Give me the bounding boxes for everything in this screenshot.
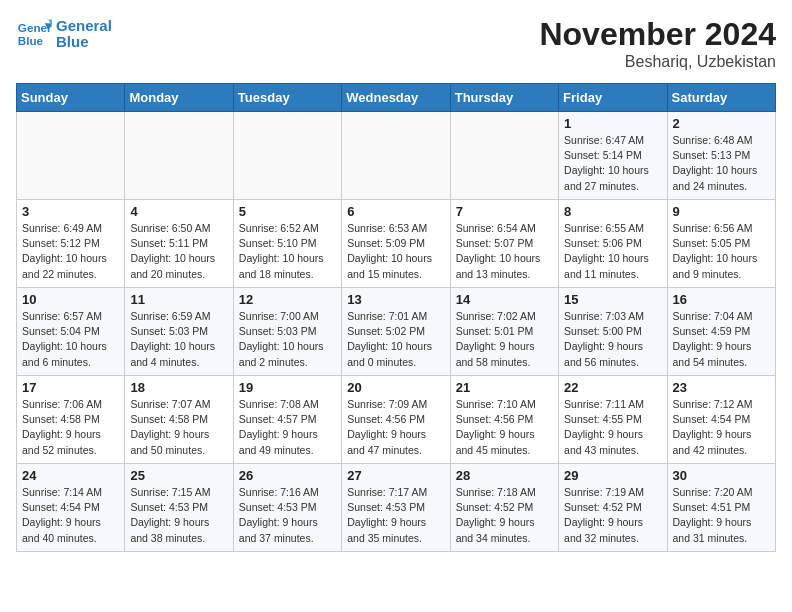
day-cell: 13Sunrise: 7:01 AM Sunset: 5:02 PM Dayli… xyxy=(342,288,450,376)
day-cell: 28Sunrise: 7:18 AM Sunset: 4:52 PM Dayli… xyxy=(450,464,558,552)
day-info: Sunrise: 7:03 AM Sunset: 5:00 PM Dayligh… xyxy=(564,309,661,370)
day-cell: 8Sunrise: 6:55 AM Sunset: 5:06 PM Daylig… xyxy=(559,200,667,288)
day-cell: 14Sunrise: 7:02 AM Sunset: 5:01 PM Dayli… xyxy=(450,288,558,376)
day-cell: 1Sunrise: 6:47 AM Sunset: 5:14 PM Daylig… xyxy=(559,112,667,200)
day-info: Sunrise: 7:00 AM Sunset: 5:03 PM Dayligh… xyxy=(239,309,336,370)
day-number: 10 xyxy=(22,292,119,307)
day-cell: 21Sunrise: 7:10 AM Sunset: 4:56 PM Dayli… xyxy=(450,376,558,464)
day-cell: 18Sunrise: 7:07 AM Sunset: 4:58 PM Dayli… xyxy=(125,376,233,464)
day-number: 14 xyxy=(456,292,553,307)
day-info: Sunrise: 7:17 AM Sunset: 4:53 PM Dayligh… xyxy=(347,485,444,546)
day-info: Sunrise: 6:59 AM Sunset: 5:03 PM Dayligh… xyxy=(130,309,227,370)
day-number: 11 xyxy=(130,292,227,307)
svg-text:Blue: Blue xyxy=(18,34,44,47)
day-cell: 20Sunrise: 7:09 AM Sunset: 4:56 PM Dayli… xyxy=(342,376,450,464)
day-number: 29 xyxy=(564,468,661,483)
location: Beshariq, Uzbekistan xyxy=(539,53,776,71)
logo-line1: General xyxy=(56,18,112,35)
weekday-header-monday: Monday xyxy=(125,84,233,112)
day-cell: 15Sunrise: 7:03 AM Sunset: 5:00 PM Dayli… xyxy=(559,288,667,376)
logo: General Blue General Blue xyxy=(16,16,112,52)
day-info: Sunrise: 7:02 AM Sunset: 5:01 PM Dayligh… xyxy=(456,309,553,370)
day-number: 9 xyxy=(673,204,770,219)
day-info: Sunrise: 7:09 AM Sunset: 4:56 PM Dayligh… xyxy=(347,397,444,458)
day-number: 12 xyxy=(239,292,336,307)
weekday-header-tuesday: Tuesday xyxy=(233,84,341,112)
day-cell: 10Sunrise: 6:57 AM Sunset: 5:04 PM Dayli… xyxy=(17,288,125,376)
day-number: 25 xyxy=(130,468,227,483)
day-number: 19 xyxy=(239,380,336,395)
day-number: 13 xyxy=(347,292,444,307)
day-info: Sunrise: 7:16 AM Sunset: 4:53 PM Dayligh… xyxy=(239,485,336,546)
day-cell xyxy=(233,112,341,200)
day-cell xyxy=(342,112,450,200)
day-cell: 29Sunrise: 7:19 AM Sunset: 4:52 PM Dayli… xyxy=(559,464,667,552)
day-info: Sunrise: 6:55 AM Sunset: 5:06 PM Dayligh… xyxy=(564,221,661,282)
day-info: Sunrise: 6:56 AM Sunset: 5:05 PM Dayligh… xyxy=(673,221,770,282)
day-cell: 26Sunrise: 7:16 AM Sunset: 4:53 PM Dayli… xyxy=(233,464,341,552)
day-number: 6 xyxy=(347,204,444,219)
day-info: Sunrise: 7:20 AM Sunset: 4:51 PM Dayligh… xyxy=(673,485,770,546)
day-cell: 17Sunrise: 7:06 AM Sunset: 4:58 PM Dayli… xyxy=(17,376,125,464)
day-info: Sunrise: 6:53 AM Sunset: 5:09 PM Dayligh… xyxy=(347,221,444,282)
day-info: Sunrise: 6:47 AM Sunset: 5:14 PM Dayligh… xyxy=(564,133,661,194)
day-number: 5 xyxy=(239,204,336,219)
day-cell: 25Sunrise: 7:15 AM Sunset: 4:53 PM Dayli… xyxy=(125,464,233,552)
day-info: Sunrise: 7:01 AM Sunset: 5:02 PM Dayligh… xyxy=(347,309,444,370)
day-cell: 4Sunrise: 6:50 AM Sunset: 5:11 PM Daylig… xyxy=(125,200,233,288)
day-info: Sunrise: 7:04 AM Sunset: 4:59 PM Dayligh… xyxy=(673,309,770,370)
weekday-header-row: SundayMondayTuesdayWednesdayThursdayFrid… xyxy=(17,84,776,112)
day-info: Sunrise: 7:18 AM Sunset: 4:52 PM Dayligh… xyxy=(456,485,553,546)
day-cell: 3Sunrise: 6:49 AM Sunset: 5:12 PM Daylig… xyxy=(17,200,125,288)
day-number: 28 xyxy=(456,468,553,483)
week-row-5: 24Sunrise: 7:14 AM Sunset: 4:54 PM Dayli… xyxy=(17,464,776,552)
day-number: 4 xyxy=(130,204,227,219)
day-number: 24 xyxy=(22,468,119,483)
day-number: 15 xyxy=(564,292,661,307)
weekday-header-sunday: Sunday xyxy=(17,84,125,112)
week-row-1: 1Sunrise: 6:47 AM Sunset: 5:14 PM Daylig… xyxy=(17,112,776,200)
day-info: Sunrise: 7:15 AM Sunset: 4:53 PM Dayligh… xyxy=(130,485,227,546)
day-cell: 2Sunrise: 6:48 AM Sunset: 5:13 PM Daylig… xyxy=(667,112,775,200)
day-number: 22 xyxy=(564,380,661,395)
day-info: Sunrise: 7:07 AM Sunset: 4:58 PM Dayligh… xyxy=(130,397,227,458)
day-number: 21 xyxy=(456,380,553,395)
day-info: Sunrise: 7:10 AM Sunset: 4:56 PM Dayligh… xyxy=(456,397,553,458)
day-info: Sunrise: 6:48 AM Sunset: 5:13 PM Dayligh… xyxy=(673,133,770,194)
day-cell: 5Sunrise: 6:52 AM Sunset: 5:10 PM Daylig… xyxy=(233,200,341,288)
week-row-3: 10Sunrise: 6:57 AM Sunset: 5:04 PM Dayli… xyxy=(17,288,776,376)
day-number: 2 xyxy=(673,116,770,131)
day-cell xyxy=(450,112,558,200)
day-number: 26 xyxy=(239,468,336,483)
day-cell: 12Sunrise: 7:00 AM Sunset: 5:03 PM Dayli… xyxy=(233,288,341,376)
weekday-header-thursday: Thursday xyxy=(450,84,558,112)
day-cell: 23Sunrise: 7:12 AM Sunset: 4:54 PM Dayli… xyxy=(667,376,775,464)
day-cell: 11Sunrise: 6:59 AM Sunset: 5:03 PM Dayli… xyxy=(125,288,233,376)
day-cell xyxy=(17,112,125,200)
day-cell: 6Sunrise: 6:53 AM Sunset: 5:09 PM Daylig… xyxy=(342,200,450,288)
page-header: General Blue General Blue November 2024 … xyxy=(16,16,776,71)
day-number: 3 xyxy=(22,204,119,219)
day-number: 8 xyxy=(564,204,661,219)
day-cell: 16Sunrise: 7:04 AM Sunset: 4:59 PM Dayli… xyxy=(667,288,775,376)
svg-text:General: General xyxy=(18,21,52,34)
day-cell: 7Sunrise: 6:54 AM Sunset: 5:07 PM Daylig… xyxy=(450,200,558,288)
day-number: 20 xyxy=(347,380,444,395)
day-number: 16 xyxy=(673,292,770,307)
logo-icon: General Blue xyxy=(16,16,52,52)
day-info: Sunrise: 7:12 AM Sunset: 4:54 PM Dayligh… xyxy=(673,397,770,458)
title-block: November 2024 Beshariq, Uzbekistan xyxy=(539,16,776,71)
month-title: November 2024 xyxy=(539,16,776,53)
day-number: 23 xyxy=(673,380,770,395)
day-info: Sunrise: 7:11 AM Sunset: 4:55 PM Dayligh… xyxy=(564,397,661,458)
day-info: Sunrise: 7:19 AM Sunset: 4:52 PM Dayligh… xyxy=(564,485,661,546)
day-cell xyxy=(125,112,233,200)
calendar: SundayMondayTuesdayWednesdayThursdayFrid… xyxy=(16,83,776,552)
day-number: 7 xyxy=(456,204,553,219)
day-number: 30 xyxy=(673,468,770,483)
day-cell: 9Sunrise: 6:56 AM Sunset: 5:05 PM Daylig… xyxy=(667,200,775,288)
day-info: Sunrise: 6:57 AM Sunset: 5:04 PM Dayligh… xyxy=(22,309,119,370)
day-info: Sunrise: 7:08 AM Sunset: 4:57 PM Dayligh… xyxy=(239,397,336,458)
day-cell: 30Sunrise: 7:20 AM Sunset: 4:51 PM Dayli… xyxy=(667,464,775,552)
logo-line2: Blue xyxy=(56,34,112,51)
